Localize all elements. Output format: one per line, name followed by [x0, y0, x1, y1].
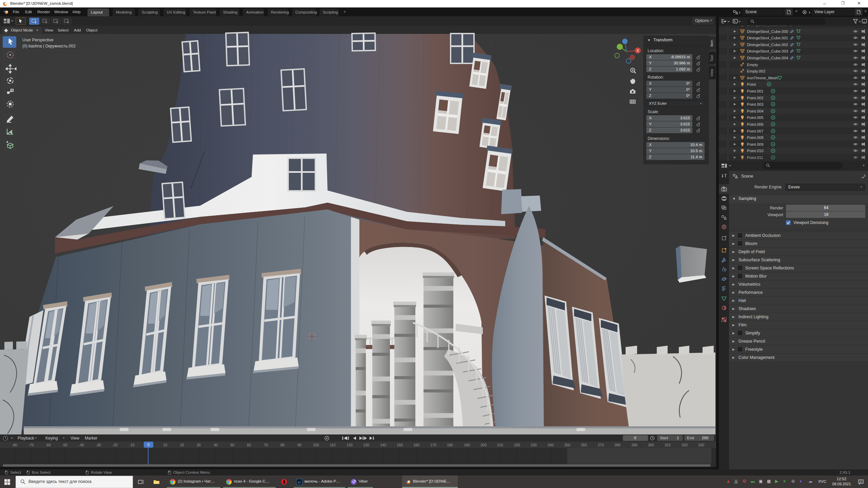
svg-text:X: X — [637, 49, 639, 53]
svg-text:Lr: Lr — [298, 481, 301, 484]
